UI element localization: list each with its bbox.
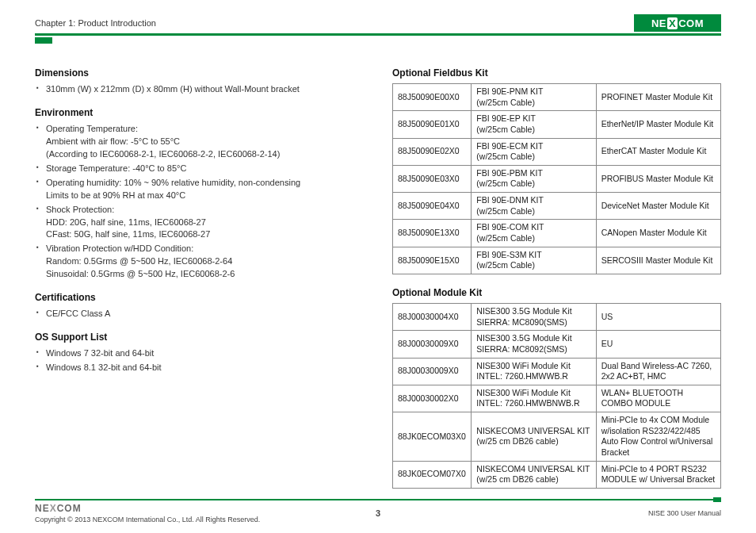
environment-heading: Environment <box>35 107 364 118</box>
table-cell: WLAN+ BLUETOOTH COMBO MODULE <box>596 385 720 412</box>
header-divider <box>35 33 721 36</box>
list-item: Vibration Protection w/HDD Condition:Ran… <box>35 243 364 281</box>
table-cell: FBI 90E-PNM KIT(w/25cm Cable) <box>472 84 596 111</box>
certifications-heading: Certifications <box>35 292 364 303</box>
fieldbus-table: 88J50090E00X0FBI 90E-PNM KIT(w/25cm Cabl… <box>392 83 721 274</box>
table-cell: 88J50090E03X0 <box>393 165 472 192</box>
table-cell: 88J00030004X0 <box>393 303 472 330</box>
nexcom-logo-icon: NEXCOM <box>634 14 721 32</box>
table-cell: FBI 90E-PBM KIT(w/25cm Cable) <box>472 165 596 192</box>
footer-logo-icon: NEXCOM <box>35 503 260 514</box>
table-cell: 88J00030002X0 <box>393 385 472 412</box>
list-item: CE/FCC Class A <box>35 308 364 320</box>
table-cell: 88J50090E00X0 <box>393 84 472 111</box>
dimensions-heading: Dimensions <box>35 67 364 79</box>
table-cell: 88J00030009X0 <box>393 358 472 385</box>
fieldbus-heading: Optional Fieldbus Kit <box>392 67 721 79</box>
table-cell: EtherNet/IP Master Module Kit <box>596 111 720 138</box>
list-item: Operating humidity: 10% ~ 90% relative h… <box>35 177 364 202</box>
table-cell: DeviceNet Master Module Kit <box>596 193 720 220</box>
table-cell: 88J50090E01X0 <box>393 111 472 138</box>
table-cell: CANopen Master Module Kit <box>596 220 720 247</box>
table-cell: NISE300 3.5G Module KitSIERRA: MC8092(SM… <box>472 331 596 358</box>
table-cell: FBI 90E-S3M KIT(w/25cm Cable) <box>472 247 596 274</box>
table-cell: 88J50090E04X0 <box>393 193 472 220</box>
table-cell: NISE300 WiFi Module KitINTEL: 7260.HMWBN… <box>472 385 596 412</box>
table-cell: FBI 90E-DNM KIT(w/25cm Cable) <box>472 193 596 220</box>
table-cell: Dual Band Wireless-AC 7260, 2x2 AC+BT, H… <box>596 358 720 385</box>
table-cell: 88J50090E13X0 <box>393 220 472 247</box>
table-cell: PROFINET Master Module Kit <box>596 84 720 111</box>
chapter-title: Chapter 1: Product Introduction <box>35 18 156 28</box>
list-item: Windows 8.1 32-bit and 64-bit <box>35 362 364 374</box>
table-cell: NISKECOM4 UNIVERSAL KIT (w/25 cm DB26 ca… <box>472 461 596 488</box>
copyright-text: Copyright © 2013 NEXCOM International Co… <box>35 516 260 523</box>
table-cell: 88JK0ECOM07X0 <box>393 461 472 488</box>
table-cell: NISE300 WiFi Module KitINTEL: 7260.HMWWB… <box>472 358 596 385</box>
table-row: 88J50090E04X0FBI 90E-DNM KIT(w/25cm Cabl… <box>393 193 721 220</box>
table-row: 88J50090E15X0FBI 90E-S3M KIT(w/25cm Cabl… <box>393 247 721 274</box>
table-row: 88J00030009X0NISE300 3.5G Module KitSIER… <box>393 331 721 358</box>
table-row: 88J50090E00X0FBI 90E-PNM KIT(w/25cm Cabl… <box>393 84 721 111</box>
table-cell: FBI 90E-EP KIT(w/25cm Cable) <box>472 111 596 138</box>
page-header: Chapter 1: Product Introduction NEXCOM <box>35 14 721 32</box>
manual-name: NISE 300 User Manual <box>648 509 721 517</box>
table-cell: PROFIBUS Master Module Kit <box>596 165 720 192</box>
list-item: 310mm (W) x 212mm (D) x 80mm (H) without… <box>35 83 364 96</box>
list-item: Shock Protection:HDD: 20G, half sine, 11… <box>35 204 364 242</box>
certifications-list: CE/FCC Class A <box>35 308 364 320</box>
list-item: Operating Temperature:Ambient with air f… <box>35 123 364 161</box>
table-cell: NISKECOM3 UNIVERSAL KIT (w/25 cm DB26 ca… <box>472 412 596 462</box>
table-cell: EU <box>596 331 720 358</box>
table-cell: NISE300 3.5G Module KitSIERRA: MC8090(SM… <box>472 303 596 330</box>
module-heading: Optional Module Kit <box>392 287 721 298</box>
table-cell: 88JK0ECOM03X0 <box>393 412 472 462</box>
content-columns: Dimensions 310mm (W) x 212mm (D) x 80mm … <box>35 67 721 501</box>
table-cell: US <box>596 303 720 330</box>
table-cell: 88J50090E02X0 <box>393 138 472 165</box>
table-row: 88J00030009X0NISE300 WiFi Module KitINTE… <box>393 358 721 385</box>
right-column: Optional Fieldbus Kit 88J50090E00X0FBI 9… <box>392 67 721 501</box>
page-number: 3 <box>376 508 380 518</box>
table-cell: EtherCAT Master Module Kit <box>596 138 720 165</box>
table-row: 88J00030002X0NISE300 WiFi Module KitINTE… <box>393 385 721 412</box>
module-table: 88J00030004X0NISE300 3.5G Module KitSIER… <box>392 303 721 489</box>
table-cell: Mini-PCIe to 4 PORT RS232 MODULE w/ Univ… <box>596 461 720 488</box>
os-list: Windows 7 32-bit and 64-bitWindows 8.1 3… <box>35 347 364 374</box>
table-cell: 88J00030009X0 <box>393 331 472 358</box>
table-row: 88J50090E03X0FBI 90E-PBM KIT(w/25cm Cabl… <box>393 165 721 192</box>
footer-divider <box>35 499 721 500</box>
table-row: 88JK0ECOM07X0NISKECOM4 UNIVERSAL KIT (w/… <box>393 461 721 488</box>
os-heading: OS Support List <box>35 332 364 343</box>
header-accent-block <box>35 37 52 44</box>
table-row: 88J50090E01X0FBI 90E-EP KIT(w/25cm Cable… <box>393 111 721 138</box>
dimensions-list: 310mm (W) x 212mm (D) x 80mm (H) without… <box>35 83 364 96</box>
table-cell: FBI 90E-COM KIT(w/25cm Cable) <box>472 220 596 247</box>
table-row: 88JK0ECOM03X0NISKECOM3 UNIVERSAL KIT (w/… <box>393 412 721 462</box>
table-row: 88J00030004X0NISE300 3.5G Module KitSIER… <box>393 303 721 330</box>
list-item: Windows 7 32-bit and 64-bit <box>35 347 364 360</box>
footer-row: NEXCOM Copyright © 2013 NEXCOM Internati… <box>35 503 721 523</box>
table-row: 88J50090E02X0FBI 90E-ECM KIT(w/25cm Cabl… <box>393 138 721 165</box>
table-cell: SERCOSIII Master Module Kit <box>596 247 720 274</box>
page-footer: NEXCOM Copyright © 2013 NEXCOM Internati… <box>35 499 721 523</box>
list-item: Storage Temperature: -40°C to 85°C <box>35 163 364 175</box>
table-row: 88J50090E13X0FBI 90E-COM KIT(w/25cm Cabl… <box>393 220 721 247</box>
table-cell: Mini-PCIe to 4x COM Module w/isolation R… <box>596 412 720 462</box>
environment-list: Operating Temperature:Ambient with air f… <box>35 123 364 281</box>
table-cell: FBI 90E-ECM KIT(w/25cm Cable) <box>472 138 596 165</box>
left-column: Dimensions 310mm (W) x 212mm (D) x 80mm … <box>35 67 364 501</box>
table-cell: 88J50090E15X0 <box>393 247 472 274</box>
